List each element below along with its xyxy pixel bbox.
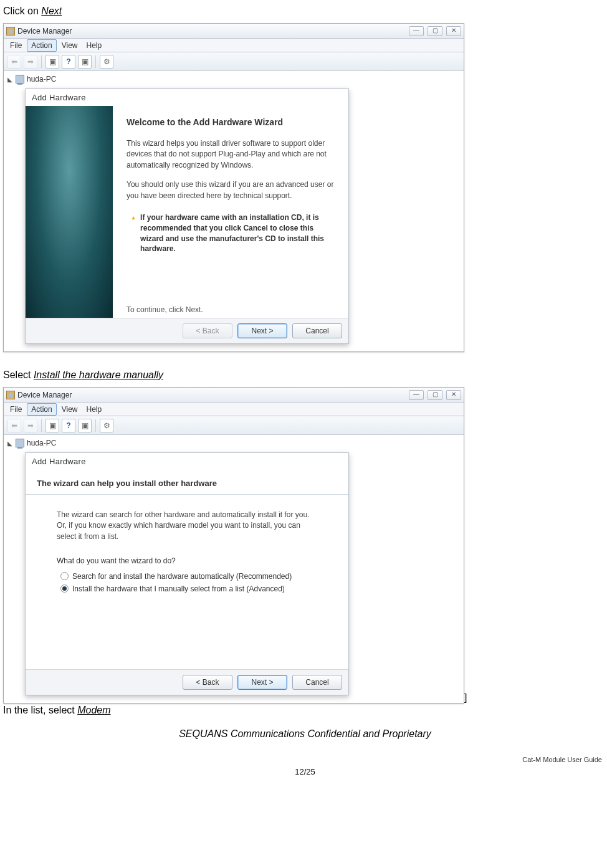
- radio-auto[interactable]: Search for and install the hardware auto…: [60, 572, 317, 581]
- properties-icon[interactable]: ▣: [45, 55, 59, 69]
- next-button[interactable]: Next >: [237, 675, 287, 690]
- minimize-button[interactable]: —: [409, 26, 424, 36]
- radio-off-icon[interactable]: [60, 572, 69, 580]
- instruction-select-modem: In the list, select Modem: [3, 705, 607, 716]
- menu-bar: File Action View Help: [4, 403, 464, 416]
- warning-text: If your hardware came with an installati…: [140, 212, 335, 254]
- next-button[interactable]: Next >: [237, 323, 287, 338]
- computer-icon: [16, 439, 24, 447]
- wizard-heading: The wizard can help you install other ha…: [37, 479, 337, 488]
- device-manager-window-2: Device Manager — ▢ ✕ File Action View He…: [3, 387, 464, 703]
- collapse-icon[interactable]: ◣: [7, 441, 13, 446]
- instruction-text: Click on: [3, 6, 41, 16]
- computer-icon: [16, 75, 24, 83]
- wizard-side-graphic: [26, 106, 113, 318]
- scan-icon[interactable]: ▣: [78, 419, 92, 432]
- window-title: Device Manager: [17, 391, 72, 399]
- menu-view[interactable]: View: [58, 40, 82, 51]
- dialog-title: Add Hardware: [26, 453, 348, 470]
- close-button[interactable]: ✕: [446, 26, 461, 36]
- wizard-p2: You should only use this wizard if you a…: [127, 179, 335, 201]
- back-button[interactable]: < Back: [183, 675, 232, 690]
- footer-page: 12/25: [3, 767, 607, 776]
- warning-icon: [131, 212, 135, 224]
- menu-bar: File Action View Help: [4, 39, 464, 52]
- menu-help[interactable]: Help: [83, 40, 106, 51]
- footer-confidential: SEQUANS Communications Confidential and …: [3, 728, 607, 740]
- forward-icon: ➡: [24, 419, 37, 432]
- maximize-button[interactable]: ▢: [428, 26, 442, 36]
- instruction-text: Select: [3, 370, 34, 380]
- radio-label: Search for and install the hardware auto…: [72, 572, 292, 581]
- toolbar: ⬅ ➡ ▣ ? ▣ ⚙: [4, 52, 464, 71]
- wizard-p1: This wizard helps you install driver sof…: [127, 138, 335, 171]
- wizard-heading: Welcome to the Add Hardware Wizard: [127, 117, 335, 127]
- back-icon: ⬅: [7, 55, 21, 69]
- forward-icon: ➡: [24, 55, 37, 69]
- wizard-question: What do you want the wizard to do?: [57, 556, 317, 566]
- help-icon[interactable]: ?: [62, 55, 75, 69]
- window-titlebar: Device Manager — ▢ ✕: [4, 388, 464, 403]
- properties-icon[interactable]: ▣: [45, 419, 59, 432]
- device-manager-icon: [6, 27, 15, 36]
- computer-name: huda-PC: [27, 75, 56, 83]
- menu-file[interactable]: File: [6, 404, 26, 415]
- cancel-button[interactable]: Cancel: [292, 323, 342, 338]
- menu-file[interactable]: File: [6, 40, 26, 51]
- wizard-p1: The wizard can search for other hardware…: [57, 510, 317, 542]
- instruction-link-modem: Modem: [77, 705, 110, 715]
- add-hardware-wizard-step2: Add Hardware The wizard can help you ins…: [25, 452, 349, 695]
- help-icon[interactable]: ?: [62, 419, 75, 432]
- svg-rect-0: [133, 217, 134, 219]
- menu-action[interactable]: Action: [27, 39, 56, 52]
- back-button: < Back: [183, 323, 232, 338]
- tree-row-root[interactable]: ◣ huda-PC: [7, 74, 460, 85]
- back-icon: ⬅: [7, 419, 21, 432]
- close-button[interactable]: ✕: [446, 390, 461, 400]
- radio-on-icon[interactable]: [60, 584, 69, 593]
- instruction-link-manual: Install the hardware manually: [34, 370, 163, 380]
- svg-rect-1: [133, 219, 134, 219]
- window-title: Device Manager: [17, 27, 72, 36]
- minimize-button[interactable]: —: [409, 390, 424, 400]
- continue-text: To continue, click Next.: [127, 305, 335, 314]
- dialog-title: Add Hardware: [26, 89, 348, 106]
- dialog-button-row: < Back Next > Cancel: [26, 669, 348, 695]
- tree-area: ◣ huda-PC Add Hardware The wizard can he…: [4, 435, 464, 703]
- menu-view[interactable]: View: [58, 404, 82, 415]
- radio-label: Install the hardware that I manually sel…: [72, 584, 285, 593]
- refresh-icon[interactable]: ⚙: [100, 55, 113, 69]
- window-titlebar: Device Manager — ▢ ✕: [4, 24, 464, 39]
- instruction-text: In the list, select: [3, 705, 77, 715]
- warning-box: If your hardware came with an installati…: [127, 212, 335, 254]
- instruction-select-manual: Select Install the hardware manually: [3, 370, 607, 381]
- device-manager-icon: [6, 391, 15, 399]
- collapse-icon[interactable]: ◣: [7, 77, 13, 82]
- tree-area: ◣ huda-PC Add Hardware Welcome to the Ad…: [4, 71, 464, 351]
- cancel-button[interactable]: Cancel: [292, 675, 342, 690]
- toolbar: ⬅ ➡ ▣ ? ▣ ⚙: [4, 416, 464, 435]
- device-manager-window-1: Device Manager — ▢ ✕ File Action View He…: [3, 23, 464, 352]
- maximize-button[interactable]: ▢: [428, 390, 442, 400]
- add-hardware-wizard-welcome: Add Hardware Welcome to the Add Hardware…: [25, 88, 349, 344]
- menu-help[interactable]: Help: [83, 404, 106, 415]
- dialog-button-row: < Back Next > Cancel: [26, 318, 348, 343]
- instruction-click-next: Click on Next: [3, 6, 607, 17]
- menu-action[interactable]: Action: [27, 403, 56, 416]
- radio-manual[interactable]: Install the hardware that I manually sel…: [60, 584, 317, 593]
- tree-row-root[interactable]: ◣ huda-PC: [7, 437, 460, 449]
- stray-bracket: ]: [464, 692, 467, 703]
- footer-doc-title: Cat-M Module User Guide: [3, 756, 607, 763]
- scan-icon[interactable]: ▣: [78, 55, 92, 69]
- dialog-header: The wizard can help you install other ha…: [26, 470, 348, 495]
- computer-name: huda-PC: [27, 439, 56, 447]
- instruction-link-next: Next: [41, 6, 62, 16]
- refresh-icon[interactable]: ⚙: [100, 419, 113, 432]
